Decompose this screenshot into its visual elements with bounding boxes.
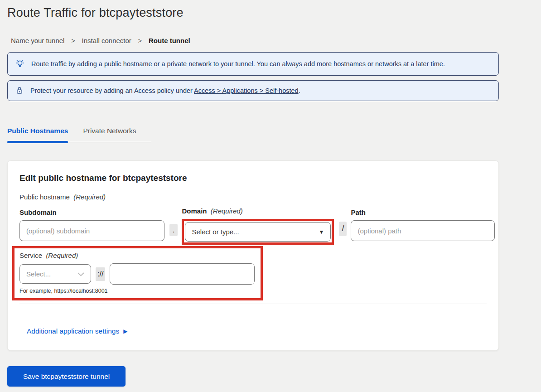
dot-separator: .: [169, 224, 178, 236]
service-highlight-box: Service (Required) Select... :// For exa…: [12, 246, 263, 300]
access-banner-text: Protect your resource by adding an Acces…: [30, 87, 300, 94]
edit-public-hostname-card: Edit public hostname for btcpayteststore…: [7, 160, 499, 351]
service-hint: For example, https://localhost:8001: [19, 288, 255, 294]
service-required: (Required): [46, 252, 78, 259]
lightbulb-icon: [14, 58, 25, 69]
service-type-select[interactable]: Select...: [19, 264, 91, 284]
breadcrumb: Name your tunnel > Install connector > R…: [7, 37, 499, 44]
expand-arrow-icon: ▶: [123, 328, 127, 334]
chevron-down-icon: [77, 270, 84, 278]
save-tunnel-button[interactable]: Save btcpayteststore tunnel: [7, 366, 126, 387]
path-label: Path: [351, 208, 495, 216]
tab-public-hostnames[interactable]: Public Hostnames: [7, 127, 68, 142]
breadcrumb-step-name-your-tunnel[interactable]: Name your tunnel: [11, 37, 64, 44]
main-content: Route Traffic for btcpayteststore Name y…: [7, 0, 499, 387]
domain-label-text: Domain: [182, 207, 207, 215]
tip-banner-text: Route traffic by adding a public hostnam…: [31, 60, 445, 68]
hostname-row: Subdomain . Domain (Required) Select or …: [19, 207, 487, 241]
public-hostname-label: Public hostname: [19, 193, 70, 201]
domain-label: Domain (Required): [182, 207, 334, 215]
domain-select[interactable]: Select or type... ▼: [185, 222, 331, 242]
subdomain-input[interactable]: [19, 220, 164, 241]
public-hostname-group-label: Public hostname (Required): [19, 193, 487, 201]
breadcrumb-separator: >: [138, 37, 142, 44]
service-type-select-value: Select...: [26, 270, 51, 278]
card-heading: Edit public hostname for btcpayteststore: [19, 173, 487, 183]
additional-settings-label: Additional application settings: [27, 327, 119, 335]
lock-icon: [14, 86, 24, 96]
service-row: Select... ://: [19, 263, 255, 285]
breadcrumb-step-install-connector[interactable]: Install connector: [82, 37, 131, 44]
path-input[interactable]: [351, 220, 495, 241]
service-label: Service: [19, 252, 42, 259]
subdomain-field-group: Subdomain: [19, 208, 164, 241]
access-applications-link[interactable]: Access > Applications > Self-hosted: [194, 87, 299, 94]
domain-highlight-box: Select or type... ▼: [182, 219, 334, 245]
domain-required: (Required): [211, 207, 243, 215]
domain-select-value: Select or type...: [192, 228, 239, 236]
subdomain-label: Subdomain: [19, 208, 164, 216]
access-banner-text-after: .: [299, 87, 300, 94]
additional-application-settings-link[interactable]: Additional application settings ▶: [27, 327, 127, 335]
access-banner-text-before: Protect your resource by adding an Acces…: [30, 87, 194, 94]
tab-private-networks[interactable]: Private Networks: [83, 127, 136, 142]
chevron-down-icon: ▼: [319, 229, 324, 235]
scheme-separator: ://: [96, 267, 105, 281]
path-field-group: Path: [351, 208, 495, 241]
domain-field-group: Domain (Required) Select or type... ▼: [182, 207, 334, 241]
slash-separator: /: [339, 222, 347, 236]
tip-banner: Route traffic by adding a public hostnam…: [7, 52, 499, 76]
page-title: Route Traffic for btcpayteststore: [7, 0, 499, 20]
access-policy-banner: Protect your resource by adding an Acces…: [7, 80, 499, 101]
card-divider: [19, 304, 487, 304]
public-hostname-required: (Required): [73, 193, 106, 201]
breadcrumb-step-route-tunnel: Route tunnel: [149, 37, 190, 44]
hostname-network-tabs: Public Hostnames Private Networks: [7, 127, 151, 142]
service-url-input[interactable]: [110, 263, 255, 285]
breadcrumb-separator: >: [71, 37, 75, 44]
service-group-label: Service (Required): [19, 252, 255, 259]
